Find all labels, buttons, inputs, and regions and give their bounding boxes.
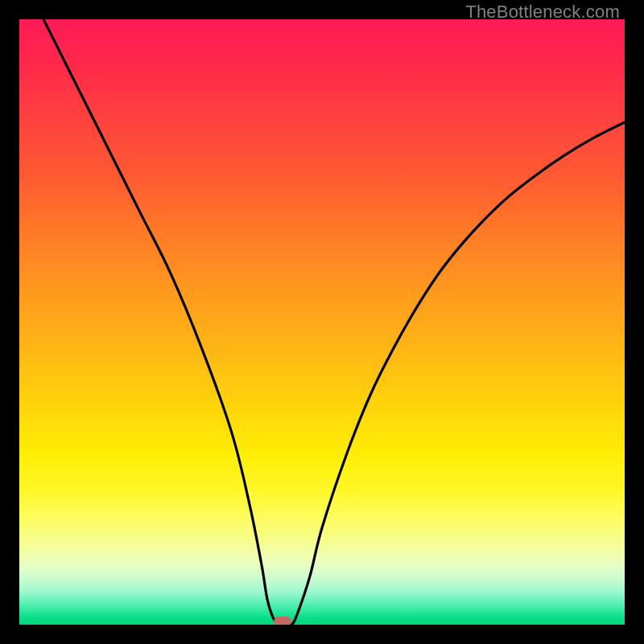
watermark-text: TheBottleneck.com — [465, 2, 620, 23]
minimum-marker — [274, 617, 291, 625]
chart-plot-area — [19, 19, 625, 625]
outer-frame: TheBottleneck.com — [0, 0, 644, 644]
bottleneck-curve — [19, 19, 625, 625]
